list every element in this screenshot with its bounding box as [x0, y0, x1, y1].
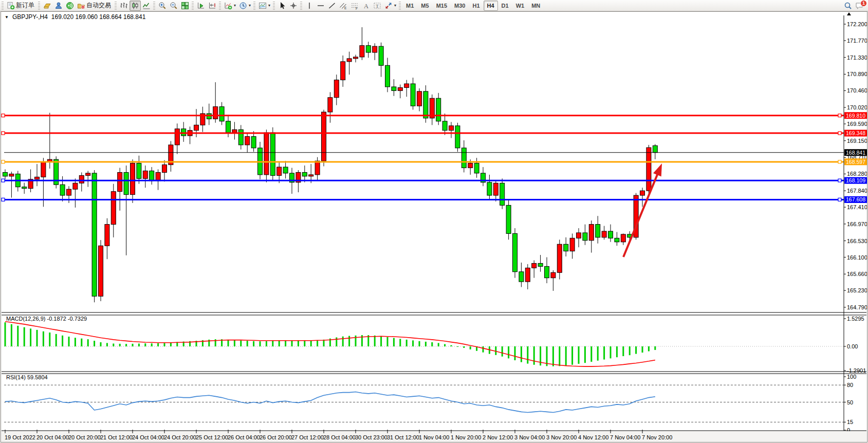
timeframe-m15-button[interactable]: M15: [433, 1, 451, 11]
macd-histogram-bar: [285, 340, 286, 346]
notifications-button[interactable]: 1: [854, 1, 865, 11]
line-anchor-handle[interactable]: [838, 198, 841, 201]
time-axis-label: 4 Nov 12:00: [578, 434, 608, 440]
line-anchor-handle[interactable]: [2, 198, 5, 201]
text-label-icon: T: [373, 2, 381, 10]
time-axis-label: 21 Oct 12:00: [100, 434, 133, 440]
search-button[interactable]: [842, 1, 854, 11]
line-anchor-handle[interactable]: [838, 160, 841, 163]
trendline-button[interactable]: [326, 1, 338, 11]
chart-ohlc-readout: 169.020 169.060 168.664 168.841: [51, 13, 146, 21]
macd-histogram-bar: [527, 346, 528, 364]
timeframe-w1-button[interactable]: W1: [512, 1, 528, 11]
trend-arrow-line[interactable]: [623, 173, 658, 257]
arrows-icon: [384, 2, 393, 10]
time-axis-label: 31 Oct 12:00: [387, 434, 419, 440]
macd-histogram-bar: [399, 339, 401, 346]
zoom-in-button[interactable]: [157, 1, 168, 11]
vertical-line-button[interactable]: [304, 1, 315, 11]
rsi-axis-label: 80: [847, 382, 853, 388]
macd-histogram-bar: [463, 346, 465, 348]
signals-button[interactable]: [64, 1, 76, 11]
macd-histogram-bar: [444, 344, 446, 346]
candle-body: [283, 167, 288, 173]
candle-body: [137, 163, 141, 179]
tile-windows-button[interactable]: [179, 1, 191, 11]
text-button[interactable]: A: [360, 1, 372, 11]
price-axis-label: 166.970: [847, 221, 867, 227]
periods-button[interactable]: ▾: [237, 1, 252, 11]
tile-windows-icon: [181, 2, 189, 10]
timeframe-mn-button[interactable]: MN: [528, 1, 544, 11]
bar-chart-button[interactable]: [118, 1, 130, 11]
time-axis-label: 19 Oct 2022: [5, 434, 35, 440]
timeframe-m30-button[interactable]: M30: [451, 1, 469, 11]
chart-shift-button[interactable]: [207, 1, 218, 11]
timeframe-h1-button[interactable]: H1: [469, 1, 483, 11]
line-chart-button[interactable]: [141, 1, 152, 11]
text-label-button[interactable]: T: [372, 1, 383, 11]
line-anchor-handle[interactable]: [2, 179, 5, 182]
candle-body: [436, 98, 441, 121]
line-anchor-handle[interactable]: [838, 114, 841, 117]
new-order-button[interactable]: 新订单: [5, 1, 37, 11]
indicators-button[interactable]: ▾: [223, 1, 237, 11]
new-order-button-label: 新订单: [16, 1, 35, 10]
time-axis[interactable]: 19 Oct 202220 Oct 04:0020 Oct 20:0021 Oc…: [2, 430, 866, 442]
macd-histogram-bar: [635, 346, 637, 354]
line-anchor-handle[interactable]: [2, 160, 5, 163]
price-tag-label: 168.841: [846, 150, 865, 156]
macd-histogram-bar: [508, 346, 509, 358]
price-axis[interactable]: 172.200171.770171.330170.890170.460170.0…: [844, 21, 867, 310]
symbol-dropdown-icon[interactable]: ▼: [5, 15, 9, 20]
toolbar-grip: [153, 2, 155, 10]
macd-histogram-bar: [323, 340, 325, 346]
trend-arrow-object[interactable]: [623, 163, 662, 257]
chart-canvas[interactable]: 1.52950.00-1.2901MACD(12,26,9) -0.1872 -…: [1, 12, 867, 442]
macd-histogram-bar: [170, 343, 172, 346]
macd-histogram-bar: [642, 346, 643, 353]
candle-body: [506, 205, 511, 233]
templates-button[interactable]: ▾: [257, 1, 272, 11]
macd-histogram-bar: [470, 346, 471, 349]
horizontal-line-button[interactable]: [315, 1, 326, 11]
candlestick-button[interactable]: [130, 1, 141, 11]
chart-window[interactable]: ▼ GBPJPY-,H4 169.020 169.060 168.664 168…: [1, 11, 867, 442]
macd-histogram-bar: [648, 346, 650, 351]
timeframe-h4-button[interactable]: H4: [484, 1, 498, 11]
macd-histogram-bar: [502, 346, 503, 357]
macd-histogram-bar: [87, 339, 89, 346]
time-axis-label: 26 Oct 20:00: [260, 434, 292, 440]
macd-histogram-bar: [310, 341, 312, 346]
candle-body: [118, 172, 122, 191]
candle-body: [392, 87, 396, 90]
arrows-button[interactable]: ▾: [383, 1, 398, 11]
candle-body: [73, 183, 78, 189]
line-anchor-handle[interactable]: [838, 132, 841, 135]
time-axis-label: 3 Nov 20:00: [546, 434, 577, 440]
macd-label: MACD(12,26,9) -0.1872 -0.7329: [6, 316, 87, 322]
crosshair-button[interactable]: [288, 1, 299, 11]
equidistant-channel-button[interactable]: E: [338, 1, 349, 11]
line-anchor-handle[interactable]: [2, 132, 5, 135]
macd-histogram-bar: [374, 336, 376, 346]
auto-scroll-button[interactable]: [195, 1, 207, 11]
charts-button[interactable]: [42, 1, 53, 11]
fibonacci-button[interactable]: F: [349, 1, 360, 11]
toolbar-grip: [38, 2, 40, 10]
macd-histogram-bar: [584, 346, 586, 363]
candle-body: [360, 46, 364, 57]
candle-body: [22, 187, 27, 189]
candle-body: [551, 272, 556, 278]
zoom-out-button[interactable]: [168, 1, 179, 11]
candle-body: [213, 107, 218, 119]
cursor-button[interactable]: [276, 1, 288, 11]
auto-trading-button[interactable]: 自动交易: [76, 1, 114, 11]
timeframe-m1-button[interactable]: M1: [402, 1, 417, 11]
line-anchor-handle[interactable]: [838, 179, 841, 182]
line-anchor-handle[interactable]: [2, 114, 5, 117]
profile-button[interactable]: [53, 1, 64, 11]
timeframe-d1-button[interactable]: D1: [498, 1, 512, 11]
timeframe-m5-button[interactable]: M5: [417, 1, 432, 11]
toolbar-grip: [2, 2, 4, 10]
